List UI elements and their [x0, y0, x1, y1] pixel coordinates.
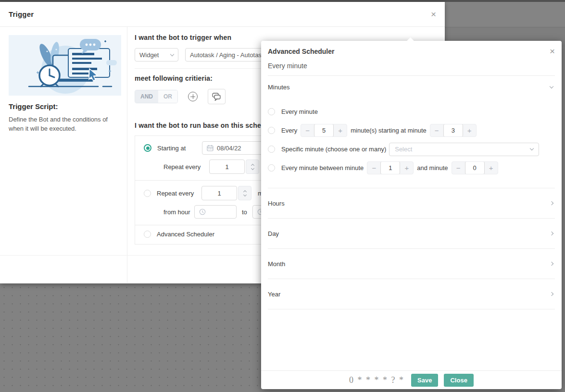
between-from-stepper: − + [367, 161, 414, 174]
plus-button[interactable]: + [485, 161, 498, 174]
calendar-icon [207, 145, 213, 151]
trigger-modal-title: Trigger [9, 10, 34, 18]
save-button[interactable]: Save [411, 374, 438, 387]
option-every-n-minutes: Every − + minute(s) starting at minute −… [268, 121, 555, 140]
trigger-script-description: Define the Bot and the conditions of whe… [9, 115, 121, 134]
close-button[interactable]: Close [444, 374, 473, 387]
interval-input[interactable] [314, 124, 334, 137]
between-minutes-radio[interactable] [268, 164, 275, 172]
trigger-close-icon[interactable]: × [431, 10, 436, 19]
between-middle-label: and minute [417, 164, 448, 172]
clock-icon [199, 208, 206, 215]
repeat-hours-input[interactable] [209, 159, 245, 174]
comment-group-icon [212, 93, 221, 101]
chevron-down-icon [170, 52, 174, 56]
start-date-input[interactable] [202, 141, 264, 155]
hours-section-label: Hours [268, 200, 285, 207]
start-date-value[interactable] [217, 145, 255, 152]
chevron-right-icon [550, 232, 553, 235]
year-section-label: Year [268, 291, 280, 298]
from-hour-input[interactable] [194, 205, 237, 219]
between-to-input[interactable] [465, 161, 485, 174]
chevron-right-icon [550, 292, 553, 296]
repeat-minutes-radio[interactable] [144, 190, 151, 197]
bot-schedule-illustration-image [9, 35, 121, 96]
section-hours[interactable]: Hours [268, 188, 555, 219]
plus-button[interactable]: + [400, 161, 413, 174]
repeat-minutes-input[interactable] [201, 186, 237, 200]
repeat-every-hours-label: Repeat every [163, 163, 209, 171]
chevron-down-icon [550, 85, 553, 88]
plus-button[interactable]: + [334, 124, 347, 137]
and-button[interactable]: AND [135, 90, 158, 103]
day-section-label: Day [268, 230, 279, 237]
option-every-minute: Every minute [268, 102, 555, 121]
every-n-suffix-label: minute(s) starting at minute [351, 127, 427, 134]
minutes-section-label: Minutes [268, 84, 290, 91]
stepper-down-icon[interactable] [243, 193, 246, 196]
between-from-input[interactable] [380, 161, 400, 174]
option-between-minutes: Every minute between minute − + and minu… [268, 159, 555, 177]
stepper-down-icon[interactable] [251, 166, 254, 170]
repeat-minutes-label: Repeat every [157, 190, 197, 197]
add-condition-button[interactable] [188, 92, 198, 101]
trigger-modal-header: Trigger × [0, 2, 445, 27]
advanced-scheduler-popover: Advanced Scheduler × Every minute Minute… [261, 41, 562, 389]
from-hour-label: from hour [163, 208, 194, 216]
section-year[interactable]: Year [268, 279, 555, 309]
month-section-label: Month [268, 260, 285, 268]
between-prefix-label: Every minute between minute [281, 164, 364, 172]
or-button[interactable]: OR [158, 90, 177, 103]
trigger-type-select[interactable]: Widget [135, 48, 178, 61]
add-condition-group-button[interactable] [208, 89, 226, 104]
every-n-minutes-radio[interactable] [268, 127, 275, 134]
between-to-stepper: − + [452, 161, 498, 174]
start-minute-input[interactable] [443, 124, 463, 137]
advanced-scheduler-close-icon[interactable]: × [550, 47, 555, 56]
minus-button[interactable]: − [452, 161, 465, 174]
specific-minute-label: Specific minute (choose one or many) [281, 146, 386, 153]
minus-button[interactable]: − [367, 161, 380, 174]
minutes-stepper[interactable] [238, 186, 251, 200]
starting-at-label: Starting at [157, 145, 197, 152]
every-minute-radio[interactable] [268, 108, 275, 115]
interval-stepper: − + [301, 124, 347, 137]
minus-button[interactable]: − [301, 124, 314, 137]
trigger-sidebar: Trigger Script: Define the Bot and the c… [0, 27, 127, 283]
chevron-right-icon [550, 201, 553, 205]
every-n-prefix-label: Every [281, 127, 297, 134]
trigger-script-heading: Trigger Script: [9, 102, 127, 110]
minus-button[interactable]: − [430, 124, 443, 137]
chevron-right-icon [550, 262, 553, 266]
section-minutes-header[interactable]: Minutes [268, 84, 555, 91]
section-month[interactable]: Month [268, 249, 555, 279]
to-label: to [242, 208, 247, 216]
hours-stepper[interactable] [246, 159, 259, 174]
trigger-when-heading: I want the bot to trigger when [135, 34, 445, 41]
popover-footer: 0 * * * * ? * Save Close [261, 370, 562, 389]
option-specific-minute: Specific minute (choose one or many) Sel… [268, 140, 555, 159]
plus-button[interactable]: + [463, 124, 476, 137]
trigger-illustration [9, 35, 121, 96]
every-minute-label: Every minute [281, 108, 318, 115]
select-placeholder: Select [395, 146, 412, 153]
specific-minute-radio[interactable] [268, 146, 275, 153]
start-minute-stepper: − + [430, 124, 477, 137]
starting-at-radio[interactable] [144, 144, 151, 152]
advanced-scheduler-title: Advanced Scheduler [268, 48, 335, 55]
section-day[interactable]: Day [268, 219, 555, 249]
chevron-down-icon [530, 147, 534, 150]
advanced-scheduler-label: Advanced Scheduler [157, 231, 214, 238]
page-header-background [445, 2, 565, 27]
and-or-toggle: AND OR [135, 90, 178, 103]
trigger-type-value: Widget [139, 51, 167, 59]
advanced-scheduler-radio[interactable] [144, 231, 151, 238]
cron-expression: 0 * * * * ? * [349, 375, 404, 385]
schedule-summary-text: Every minute [268, 62, 555, 76]
specific-minute-select[interactable]: Select [389, 143, 539, 156]
